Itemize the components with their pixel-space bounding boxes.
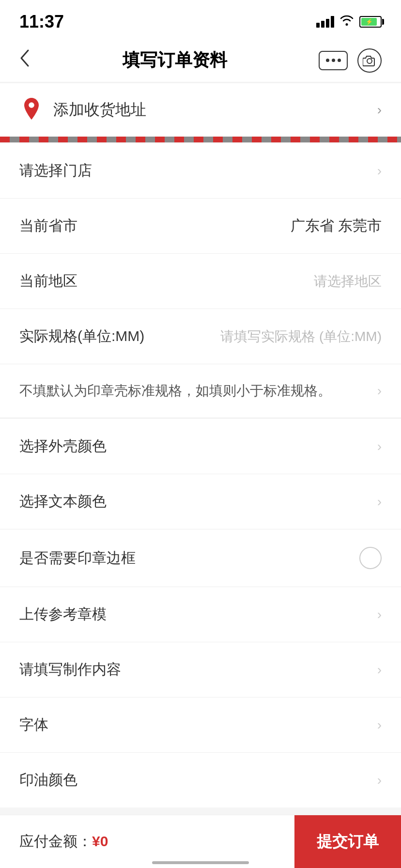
page-title: 填写订单资料 xyxy=(123,48,227,72)
shell-color-row[interactable]: 选择外壳颜色 › xyxy=(0,419,401,474)
district-row[interactable]: 当前地区 请选择地区 xyxy=(0,254,401,309)
content-label: 请填写制作内容 xyxy=(19,660,121,680)
size-info-row[interactable]: 不填默认为印章壳标准规格，如填则小于标准规格。 › xyxy=(0,364,401,418)
status-time: 11:37 xyxy=(19,12,64,32)
border-row[interactable]: 是否需要印章边框 xyxy=(0,529,401,587)
submit-button[interactable]: 提交订单 xyxy=(294,815,401,868)
province-label: 当前省市 xyxy=(19,216,77,236)
nav-bar: 填写订单资料 xyxy=(0,39,401,82)
shell-color-label: 选择外壳颜色 xyxy=(19,436,107,456)
add-address-label: 添加收货地址 xyxy=(53,99,377,121)
size-placeholder: 请填写实际规格 (单位:MM) xyxy=(220,327,382,346)
border-label: 是否需要印章边框 xyxy=(19,548,136,568)
size-row[interactable]: 实际规格(单位:MM) 请填写实际规格 (单位:MM) xyxy=(0,309,401,364)
status-bar: 11:37 ⚡ xyxy=(0,0,401,39)
text-color-row[interactable]: 选择文本颜色 › xyxy=(0,474,401,529)
store-row[interactable]: 请选择门店 › xyxy=(0,143,401,199)
font-chevron-icon: › xyxy=(377,717,382,733)
signal-bars-icon xyxy=(316,16,334,28)
border-toggle[interactable] xyxy=(359,547,382,569)
shell-color-chevron-icon: › xyxy=(377,439,382,454)
reference-label: 上传参考章模 xyxy=(19,604,107,624)
ink-color-label: 印油颜色 xyxy=(19,770,77,790)
ink-color-row[interactable]: 印油颜色 › xyxy=(0,753,401,807)
bottom-bar: 应付金额：¥0 提交订单 xyxy=(0,815,401,868)
form-section-1: 请选择门店 › 当前省市 广东省 东莞市 当前地区 请选择地区 实际规格(单位:… xyxy=(0,143,401,418)
text-color-label: 选择文本颜色 xyxy=(19,492,107,512)
size-info-chevron-icon: › xyxy=(377,383,382,399)
reference-row[interactable]: 上传参考章模 › xyxy=(0,587,401,642)
text-color-chevron-icon: › xyxy=(377,494,382,510)
form-section-2: 选择外壳颜色 › 选择文本颜色 › 是否需要印章边框 上传参考章模 › 请填写制… xyxy=(0,419,401,807)
svg-point-0 xyxy=(367,59,372,63)
reference-chevron-icon: › xyxy=(377,607,382,622)
amount-label: 应付金额： xyxy=(19,833,92,849)
district-placeholder: 请选择地区 xyxy=(314,272,382,291)
more-options-button[interactable] xyxy=(319,51,348,70)
province-value: 广东省 东莞市 xyxy=(291,216,382,236)
camera-button[interactable] xyxy=(357,48,382,73)
font-label: 字体 xyxy=(19,715,48,735)
province-row: 当前省市 广东省 东莞市 xyxy=(0,199,401,254)
content-chevron-icon: › xyxy=(377,662,382,678)
store-label: 请选择门店 xyxy=(19,161,92,181)
store-chevron-icon: › xyxy=(377,163,382,179)
district-label: 当前地区 xyxy=(19,271,77,291)
content-row[interactable]: 请填写制作内容 › xyxy=(0,642,401,698)
amount-value: ¥0 xyxy=(92,833,108,849)
battery-icon: ⚡ xyxy=(359,16,382,28)
ink-color-chevron-icon: › xyxy=(377,773,382,788)
svg-point-1 xyxy=(29,102,34,108)
address-chevron-icon: › xyxy=(377,102,382,118)
font-row[interactable]: 字体 › xyxy=(0,698,401,753)
location-icon xyxy=(19,98,44,122)
wifi-icon xyxy=(340,15,354,29)
home-indicator xyxy=(152,861,249,864)
dashed-separator xyxy=(0,137,401,142)
back-button[interactable] xyxy=(19,48,31,72)
status-icons: ⚡ xyxy=(316,15,382,29)
nav-actions xyxy=(319,48,382,73)
address-section[interactable]: 添加收货地址 › xyxy=(0,83,401,137)
size-label: 实际规格(单位:MM) xyxy=(19,326,144,346)
amount-section: 应付金额：¥0 xyxy=(0,832,294,852)
size-info-text: 不填默认为印章壳标准规格，如填则小于标准规格。 xyxy=(19,382,372,400)
